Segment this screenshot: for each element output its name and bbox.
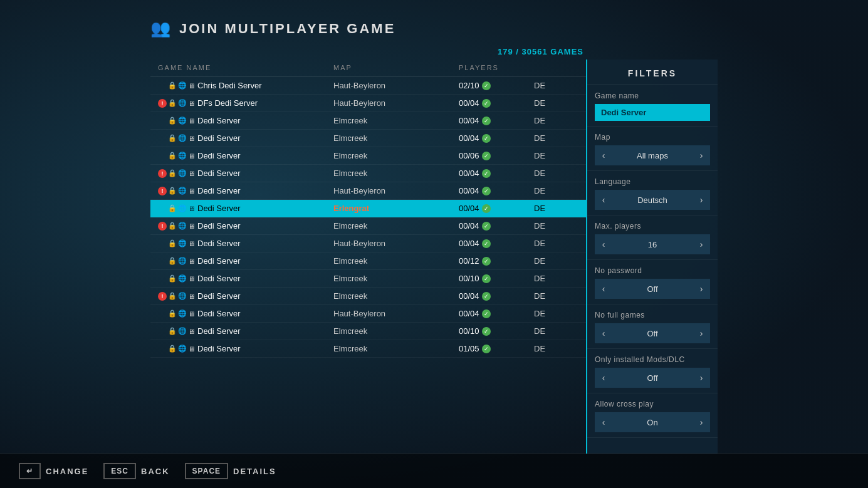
- monitor-icon: 🖥: [188, 170, 195, 177]
- lock-icon: 🔒: [168, 117, 177, 125]
- monitor-icon: 🖥: [188, 310, 195, 318]
- filter-no-full-games-label: No full games: [595, 311, 710, 319]
- server-lang: DE: [534, 221, 572, 231]
- filter-no-full-games-prev[interactable]: ‹: [595, 323, 612, 343]
- server-map: Haut-Beyleron: [333, 98, 459, 108]
- server-icon-set: 🔒🌐🖥: [158, 134, 195, 142]
- server-players: 01/05 ✓: [459, 344, 534, 353]
- monitor-icon: 🖥: [188, 275, 195, 283]
- globe-icon: 🌐: [178, 134, 187, 142]
- server-players: 00/12 ✓: [459, 256, 534, 266]
- table-row[interactable]: !🔒🌐🖥Dedi ServerElmcreek00/04 ✓DE: [150, 217, 586, 235]
- lock-icon: 🔒: [168, 257, 177, 265]
- server-icon-set: 🔒🌐🖥: [158, 81, 195, 90]
- filter-no-full-games: No full games ‹ Off ›: [587, 304, 718, 349]
- main-content: 👥 JOIN MULTIPLAYER GAME 179 / 30561 GAME…: [0, 0, 868, 488]
- globe-icon: 🌐: [178, 292, 187, 300]
- table-header: GAME NAME MAP PLAYERS: [150, 59, 586, 77]
- server-map: Elmcreek: [333, 326, 459, 336]
- server-name: Dedi Server: [197, 274, 241, 283]
- lock-icon: 🔒: [168, 204, 177, 212]
- table-row[interactable]: 🔒🌐🖥Dedi ServerElmcreek00/12 ✓DE: [150, 252, 586, 270]
- server-lang: DE: [534, 81, 572, 90]
- globe-icon: 🌐: [178, 117, 187, 125]
- server-name: Chris Dedi Server: [197, 81, 262, 90]
- server-lang: DE: [534, 98, 572, 108]
- table-row[interactable]: 🔒🌐🖥Dedi ServerElmcreek00/04 ✓DE: [150, 130, 586, 147]
- details-label: DETAILS: [233, 467, 276, 476]
- back-key-text: ESC: [111, 467, 128, 475]
- table-row[interactable]: 🔒🌐🖥Dedi ServerElmcreek00/10 ✓DE: [150, 323, 586, 340]
- server-players: 00/06 ✓: [459, 151, 534, 160]
- filter-only-installed-prev[interactable]: ‹: [595, 368, 612, 388]
- filter-allow-cross-play-next[interactable]: ›: [693, 412, 710, 432]
- server-icon-set: i🔒🌐🖥: [158, 204, 195, 213]
- filter-map-next[interactable]: ›: [693, 145, 710, 165]
- filter-no-password-selector: ‹ Off ›: [595, 279, 710, 299]
- info-icon: i: [158, 204, 167, 213]
- check-icon: ✓: [482, 345, 491, 353]
- filter-allow-cross-play-prev[interactable]: ‹: [595, 412, 612, 432]
- filter-language-label: Language: [595, 177, 710, 186]
- filter-max-players-prev[interactable]: ‹: [595, 234, 612, 254]
- filter-max-players-next[interactable]: ›: [693, 234, 710, 254]
- server-lang: DE: [534, 344, 572, 353]
- lock-icon: 🔒: [168, 134, 177, 142]
- server-name: Dedi Server: [197, 344, 241, 353]
- filter-allow-cross-play: Allow cross play ‹ On ›: [587, 393, 718, 438]
- server-name-cell: 🔒🌐🖥Dedi Server: [158, 151, 333, 160]
- server-name: Dedi Server: [197, 186, 241, 195]
- table-row[interactable]: 🔒🌐🖥Dedi ServerElmcreek01/05 ✓DE: [150, 340, 586, 358]
- check-icon: ✓: [482, 222, 491, 231]
- filter-language-prev[interactable]: ‹: [595, 190, 612, 210]
- server-list[interactable]: 🔒🌐🖥Chris Dedi ServerHaut-Beyleron02/10 ✓…: [150, 77, 586, 454]
- table-row[interactable]: 🔒🌐🖥Dedi ServerElmcreek00/04 ✓DE: [150, 112, 586, 130]
- table-row[interactable]: !🔒🌐🖥Dedi ServerElmcreek00/04 ✓DE: [150, 288, 586, 305]
- change-label: CHANGE: [46, 467, 88, 476]
- lock-icon: 🔒: [168, 81, 177, 90]
- filter-no-password-prev[interactable]: ‹: [595, 279, 612, 299]
- filter-only-installed-next[interactable]: ›: [693, 368, 710, 388]
- server-lang: DE: [534, 169, 572, 178]
- monitor-icon: 🖥: [188, 100, 195, 107]
- globe-icon: 🌐: [178, 81, 187, 90]
- lock-icon: 🔒: [168, 187, 177, 195]
- server-players: 00/04 ✓: [459, 291, 534, 301]
- filter-allow-cross-play-label: Allow cross play: [595, 400, 710, 408]
- filter-no-full-games-next[interactable]: ›: [693, 323, 710, 343]
- table-row[interactable]: 🔒🌐🖥Chris Dedi ServerHaut-Beyleron02/10 ✓…: [150, 77, 586, 95]
- table-row[interactable]: i🔒🌐🖥Dedi ServerErlengrat00/04 ✓DE: [150, 200, 586, 217]
- filter-game-name-input[interactable]: [595, 104, 710, 121]
- table-row[interactable]: 🔒🌐🖥Dedi ServerElmcreek00/06 ✓DE: [150, 147, 586, 165]
- filter-language-next[interactable]: ›: [693, 190, 710, 210]
- filter-max-players-selector: ‹ 16 ›: [595, 234, 710, 254]
- monitor-icon: 🖥: [188, 328, 195, 335]
- table-row[interactable]: !🔒🌐🖥Dedi ServerElmcreek00/04 ✓DE: [150, 165, 586, 182]
- server-name: DFs Dedi Server: [197, 98, 258, 108]
- back-hotkey-group: ESC BACK: [103, 463, 169, 479]
- server-lang: DE: [534, 204, 572, 213]
- filter-no-full-games-selector: ‹ Off ›: [595, 323, 710, 343]
- server-icon-set: !🔒🌐🖥: [158, 292, 195, 301]
- filter-map-selector: ‹ All maps ›: [595, 145, 710, 165]
- filter-no-full-games-value: Off: [612, 325, 693, 342]
- table-row[interactable]: !🔒🌐🖥DFs Dedi ServerHaut-Beyleron00/04 ✓D…: [150, 95, 586, 112]
- server-lang: DE: [534, 133, 572, 143]
- check-icon: ✓: [482, 257, 491, 266]
- change-key-icon: ↵: [26, 467, 33, 475]
- table-row[interactable]: 🔒🌐🖥Dedi ServerHaut-Beyleron00/04 ✓DE: [150, 235, 586, 252]
- server-name: Dedi Server: [197, 221, 241, 231]
- table-row[interactable]: !🔒🌐🖥Dedi ServerHaut-Beyleron00/04 ✓DE: [150, 182, 586, 200]
- globe-icon: 🌐: [178, 327, 187, 335]
- filter-map-value: All maps: [612, 147, 693, 164]
- filter-max-players-value: 16: [612, 236, 693, 253]
- server-map: Elmcreek: [333, 274, 459, 283]
- filter-no-password-value: Off: [612, 281, 693, 298]
- filter-map-prev[interactable]: ‹: [595, 145, 612, 165]
- table-row[interactable]: 🔒🌐🖥Dedi ServerHaut-Beyleron00/04 ✓DE: [150, 305, 586, 323]
- server-name: Dedi Server: [197, 239, 241, 248]
- table-row[interactable]: 🔒🌐🖥Dedi ServerElmcreek00/10 ✓DE: [150, 270, 586, 288]
- filter-no-password-next[interactable]: ›: [693, 279, 710, 299]
- server-name-cell: 🔒🌐🖥Chris Dedi Server: [158, 81, 333, 90]
- server-name: Dedi Server: [197, 116, 241, 125]
